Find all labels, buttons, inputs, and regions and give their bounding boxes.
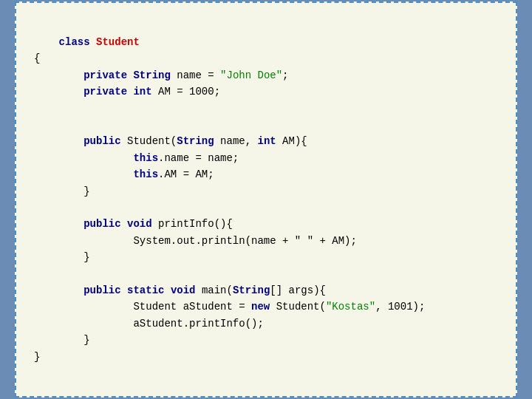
- type-string-2: String: [177, 135, 214, 147]
- class-name: Student: [96, 36, 140, 48]
- type-int-2: int: [258, 135, 276, 147]
- type-int-1: int: [133, 86, 151, 98]
- keyword-private-1: private: [83, 69, 127, 81]
- keyword-new: new: [251, 301, 270, 313]
- keyword-public-1: public: [83, 135, 120, 147]
- keyword-this-1: this: [133, 152, 158, 164]
- keyword-this-2: this: [133, 168, 158, 180]
- keyword-void-1: void: [127, 218, 152, 230]
- string-value-1: "John Doe": [220, 69, 282, 81]
- keyword-static: static: [127, 284, 164, 296]
- keyword-void-2: void: [171, 284, 196, 296]
- type-string-3: String: [233, 284, 270, 296]
- string-value-2: "Kostas": [326, 301, 375, 313]
- keyword-private-2: private: [83, 86, 127, 98]
- code-content: class Student { private String name = "J…: [34, 18, 498, 382]
- code-window: class Student { private String name = "J…: [15, 1, 517, 398]
- keyword-public-3: public: [83, 284, 120, 296]
- keyword-public-2: public: [83, 218, 120, 230]
- type-string: String: [133, 69, 170, 81]
- keyword-class: class: [59, 36, 90, 48]
